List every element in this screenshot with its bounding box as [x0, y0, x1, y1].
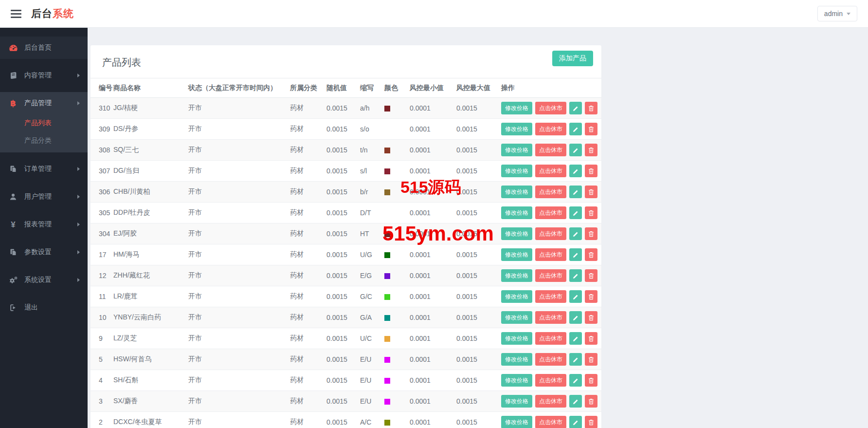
edit-price-button[interactable]: 修改价格	[501, 123, 532, 135]
delete-button[interactable]	[585, 374, 597, 387]
sidebar-item-product[interactable]: ฿产品管理	[0, 92, 88, 114]
edit-button[interactable]	[569, 395, 582, 408]
sidebar-item-content[interactable]: 内容管理	[0, 64, 88, 87]
risk-max-cell: 0.0015	[456, 182, 501, 203]
edit-button[interactable]	[569, 227, 582, 240]
edit-price-button[interactable]: 修改价格	[501, 206, 532, 219]
risk-min-cell: 0.0001	[410, 391, 456, 412]
sidebar-item-params[interactable]: 参数设置	[0, 241, 88, 263]
close-market-button[interactable]: 点击休市	[535, 416, 566, 428]
risk-min-cell: 0.0001	[410, 182, 456, 203]
close-market-button[interactable]: 点击休市	[535, 248, 566, 261]
sidebar-item-dashboard[interactable]: 后台首页	[0, 37, 88, 59]
close-market-button[interactable]: 点击休市	[535, 374, 566, 387]
delete-button[interactable]	[585, 353, 597, 366]
edit-button[interactable]	[569, 123, 582, 135]
product-id-cell: 12	[90, 265, 113, 286]
color-swatch	[384, 420, 390, 426]
abbr-cell: U/G	[360, 244, 384, 265]
edit-price-button[interactable]: 修改价格	[501, 269, 532, 282]
edit-price-button[interactable]: 修改价格	[501, 186, 532, 198]
close-market-button[interactable]: 点击休市	[535, 123, 566, 135]
edit-button[interactable]	[569, 332, 582, 345]
column-header: 随机值	[326, 78, 360, 98]
edit-price-button[interactable]: 修改价格	[501, 353, 532, 366]
delete-button[interactable]	[585, 248, 597, 261]
delete-button[interactable]	[585, 416, 597, 428]
edit-price-button[interactable]: 修改价格	[501, 165, 532, 177]
close-market-button[interactable]: 点击休市	[535, 290, 566, 303]
sidebar-item-reports[interactable]: ¥报表管理	[0, 213, 88, 236]
delete-button[interactable]	[585, 395, 597, 408]
sidebar-item-logout[interactable]: 退出	[0, 297, 88, 319]
edit-button[interactable]	[569, 206, 582, 219]
menu-toggle-icon[interactable]	[11, 10, 21, 18]
abbr-cell: U/C	[360, 328, 384, 349]
close-market-button[interactable]: 点击休市	[535, 206, 566, 219]
close-market-button[interactable]: 点击休市	[535, 165, 566, 177]
edit-button[interactable]	[569, 102, 582, 114]
product-id-cell: 304	[90, 223, 113, 244]
table-row: 4SH/石斛开市药材0.0015E/U0.00010.0015修改价格点击休市	[90, 370, 601, 391]
edit-button[interactable]	[569, 269, 582, 282]
edit-button[interactable]	[569, 165, 582, 177]
edit-price-button[interactable]: 修改价格	[501, 374, 532, 387]
delete-button[interactable]	[585, 311, 597, 324]
pencil-icon	[573, 398, 579, 405]
delete-button[interactable]	[585, 165, 597, 177]
close-market-button[interactable]: 点击休市	[535, 102, 566, 114]
close-market-button[interactable]: 点击休市	[535, 311, 566, 324]
delete-button[interactable]	[585, 186, 597, 198]
edit-price-button[interactable]: 修改价格	[501, 311, 532, 324]
close-market-button[interactable]: 点击休市	[535, 227, 566, 240]
sidebar-item-system[interactable]: 系统设置	[0, 269, 88, 291]
risk-min-cell: 0.0001	[410, 286, 456, 307]
edit-button[interactable]	[569, 353, 582, 366]
delete-button[interactable]	[585, 123, 597, 135]
close-market-button[interactable]: 点击休市	[535, 353, 566, 366]
delete-button[interactable]	[585, 227, 597, 240]
edit-price-button[interactable]: 修改价格	[501, 416, 532, 428]
close-market-button[interactable]: 点击休市	[535, 332, 566, 345]
sidebar-subitem-product-list[interactable]: 产品列表	[0, 114, 88, 132]
edit-button[interactable]	[569, 311, 582, 324]
edit-price-button[interactable]: 修改价格	[501, 144, 532, 156]
delete-button[interactable]	[585, 206, 597, 219]
product-list-card: 产品列表 添加产品 编号商品名称状态（大盘正常开市时间内）所属分类随机值缩写颜色…	[90, 45, 601, 428]
edit-price-button[interactable]: 修改价格	[501, 290, 532, 303]
edit-price-button[interactable]: 修改价格	[501, 248, 532, 261]
pencil-icon	[573, 126, 579, 132]
sidebar-subitem-product-category[interactable]: 产品分类	[0, 132, 88, 149]
edit-button[interactable]	[569, 416, 582, 428]
delete-button[interactable]	[585, 290, 597, 303]
add-product-button[interactable]: 添加产品	[552, 51, 593, 66]
actions-cell: 修改价格点击休市	[501, 203, 601, 223]
edit-price-button[interactable]: 修改价格	[501, 227, 532, 240]
close-market-button[interactable]: 点击休市	[535, 144, 566, 156]
close-market-button[interactable]: 点击休市	[535, 269, 566, 282]
delete-button[interactable]	[585, 102, 597, 114]
abbr-cell: E/G	[360, 265, 384, 286]
delete-button[interactable]	[585, 332, 597, 345]
risk-max-cell: 0.0015	[456, 223, 501, 244]
edit-button[interactable]	[569, 290, 582, 303]
edit-button[interactable]	[569, 248, 582, 261]
delete-button[interactable]	[585, 269, 597, 282]
edit-price-button[interactable]: 修改价格	[501, 395, 532, 408]
edit-price-button[interactable]: 修改价格	[501, 102, 532, 114]
close-market-button[interactable]: 点击休市	[535, 186, 566, 198]
sidebar-item-users[interactable]: 用户管理	[0, 186, 88, 208]
close-market-button[interactable]: 点击休市	[535, 395, 566, 408]
color-cell	[384, 98, 410, 119]
user-dropdown[interactable]: admin	[817, 6, 857, 21]
actions-cell: 修改价格点击休市	[501, 412, 601, 428]
edit-button[interactable]	[569, 374, 582, 387]
edit-button[interactable]	[569, 186, 582, 198]
delete-button[interactable]	[585, 144, 597, 156]
edit-button[interactable]	[569, 144, 582, 156]
edit-price-button[interactable]: 修改价格	[501, 332, 532, 345]
pencil-icon	[573, 210, 579, 216]
product-name-cell: HM/海马	[113, 244, 188, 265]
status-cell: 开市	[188, 140, 290, 161]
sidebar-item-orders[interactable]: 订单管理	[0, 158, 88, 180]
